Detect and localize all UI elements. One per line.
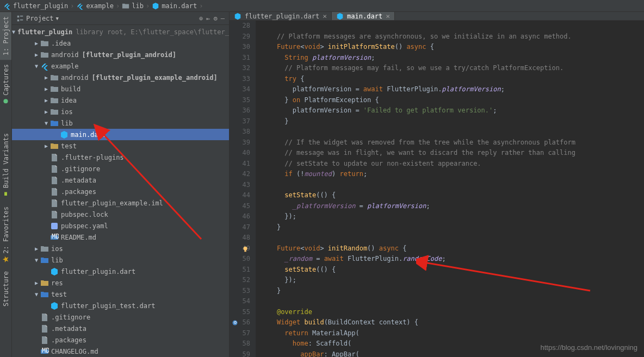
- tree-arrow-icon[interactable]: ▼: [33, 291, 40, 297]
- tool-tab-project[interactable]: 1: Project: [0, 12, 11, 60]
- tree-item-test[interactable]: ▼test: [12, 289, 229, 300]
- svg-marker-12: [44, 65, 48, 71]
- breadcrumb-label: lib: [132, 2, 144, 10]
- tree-item-main-dart[interactable]: main.dart: [12, 129, 229, 140]
- tree-item-test[interactable]: ▶test: [12, 140, 229, 152]
- chevron-right-icon: ›: [116, 2, 120, 10]
- hide-icon[interactable]: —: [221, 15, 225, 22]
- gear-icon[interactable]: ⚙: [214, 15, 218, 22]
- tree-item--packages[interactable]: .packages: [12, 334, 229, 346]
- tree-item-changelog-md[interactable]: MDCHANGELOG.md: [12, 346, 229, 357]
- tree-item-android[interactable]: ▶android[flutter_plugin_example_android]: [12, 72, 229, 83]
- project-tree[interactable]: ▼flutter_pluginlibrary root, E:\flutter_…: [12, 25, 229, 357]
- chevron-right-icon: ›: [146, 2, 150, 10]
- tree-item-lib[interactable]: ▼lib: [12, 117, 229, 129]
- tree-item-ios[interactable]: ▶ios: [12, 243, 229, 254]
- tree-arrow-icon[interactable]: ▶: [33, 52, 40, 58]
- tree-item--idea[interactable]: ▶.idea: [12, 37, 229, 49]
- tree-item-pubspec-yaml[interactable]: pubspec.yaml: [12, 220, 229, 231]
- tree-item-android[interactable]: ▶android[flutter_plugin_android]: [12, 49, 229, 60]
- close-icon[interactable]: ×: [386, 12, 390, 20]
- tree-item--packages[interactable]: .packages: [12, 186, 229, 197]
- tree-arrow-icon[interactable]: ▶: [33, 246, 40, 252]
- collapse-icon[interactable]: ⇤: [206, 15, 210, 22]
- flutter-icon: [76, 2, 84, 10]
- tree-item-flutter-plugin-test-dart[interactable]: flutter_plugin_test.dart: [12, 300, 229, 311]
- tree-arrow-icon[interactable]: ▼: [33, 257, 40, 263]
- breadcrumb-label: main.dart: [162, 2, 197, 10]
- tree-item-ios[interactable]: ▶ios: [12, 106, 229, 117]
- svg-rect-9: [20, 15, 23, 16]
- editor-area: flutter_plugin.dart × main.dart × 282930…: [230, 12, 644, 357]
- breadcrumb: flutter_plugin › example › lib › main.da…: [0, 0, 644, 12]
- chevron-down-icon: ▼: [56, 16, 59, 21]
- project-view-icon: [16, 15, 24, 22]
- svg-text:o: o: [234, 320, 237, 325]
- tree-arrow-icon[interactable]: ▼: [12, 29, 15, 35]
- code-editor[interactable]: 2829303132333435363738394041424344454647…: [230, 21, 644, 357]
- tree-item-res[interactable]: ▶res: [12, 277, 229, 289]
- panel-title-label: Project: [26, 15, 54, 22]
- tree-item-build[interactable]: ▶build: [12, 83, 229, 95]
- editor-tab[interactable]: main.dart ×: [332, 12, 395, 20]
- dart-icon: [234, 12, 242, 20]
- tree-arrow-icon[interactable]: ▶: [33, 280, 40, 286]
- tool-tab-favorites[interactable]: 2: Favorites: [0, 202, 11, 267]
- project-panel: Project ▼ ⊕ ⇤ ⚙ — ▼flutter_pluginlibrary…: [12, 12, 230, 357]
- editor-tabs: flutter_plugin.dart × main.dart ×: [230, 12, 644, 21]
- dart-icon: [336, 12, 344, 20]
- tree-arrow-icon[interactable]: ▶: [33, 40, 40, 46]
- tree-arrow-icon[interactable]: ▶: [42, 86, 50, 92]
- tree-arrow-icon[interactable]: ▶: [42, 74, 50, 80]
- svg-marker-17: [51, 268, 58, 275]
- panel-title[interactable]: Project ▼: [16, 15, 59, 22]
- code-content[interactable]: // Platform messages are asynchronous, s…: [256, 21, 644, 357]
- svg-rect-7: [17, 15, 20, 17]
- breadcrumb-label: flutter_plugin: [13, 2, 68, 10]
- camera-icon: [2, 98, 9, 105]
- tool-tab-build-variants[interactable]: Build Variants: [0, 129, 11, 202]
- tree-item--gitignore[interactable]: .gitignore: [12, 311, 229, 323]
- override-mark-icon: o: [232, 320, 238, 326]
- tree-arrow-icon[interactable]: ▶: [42, 143, 50, 149]
- svg-rect-8: [17, 19, 20, 21]
- tree-arrow-icon[interactable]: ▼: [33, 63, 40, 69]
- flutter-icon: [3, 2, 11, 10]
- tree-item-idea[interactable]: ▶idea: [12, 95, 229, 106]
- chevron-right-icon: ›: [199, 2, 203, 10]
- tree-item--metadata[interactable]: .metadata: [12, 323, 229, 334]
- tool-tab-structure[interactable]: Structure: [0, 267, 11, 311]
- target-icon[interactable]: ⊕: [199, 15, 203, 22]
- folder-icon: [122, 2, 129, 10]
- svg-marker-3: [79, 5, 83, 10]
- svg-point-5: [3, 99, 8, 103]
- tree-item-flutter-plugin[interactable]: ▼flutter_pluginlibrary root, E:\flutter_…: [12, 26, 229, 37]
- svg-rect-24: [244, 250, 246, 252]
- tree-item--metadata[interactable]: .metadata: [12, 174, 229, 186]
- breadcrumb-item[interactable]: lib: [122, 2, 144, 10]
- tree-item-flutter-plugin-dart[interactable]: flutter_plugin.dart: [12, 266, 229, 277]
- close-icon[interactable]: ×: [323, 12, 327, 20]
- tree-item--flutter-plugins[interactable]: .flutter-plugins: [12, 152, 229, 163]
- svg-marker-18: [51, 302, 58, 310]
- editor-tab[interactable]: flutter_plugin.dart ×: [230, 12, 332, 20]
- tree-item-example[interactable]: ▼example: [12, 60, 229, 72]
- star-icon: [2, 255, 9, 262]
- tree-item-readme-md[interactable]: MDREADME.md: [12, 231, 229, 243]
- svg-text:MD: MD: [52, 233, 59, 240]
- tree-arrow-icon[interactable]: ▶: [42, 109, 50, 115]
- tree-item--gitignore[interactable]: .gitignore: [12, 163, 229, 174]
- breadcrumb-item[interactable]: flutter_plugin: [3, 2, 68, 10]
- breadcrumb-item[interactable]: main.dart: [152, 2, 197, 10]
- tree-arrow-icon[interactable]: ▶: [42, 97, 50, 103]
- breadcrumb-item[interactable]: example: [76, 2, 114, 10]
- line-number-gutter[interactable]: 2829303132333435363738394041424344454647…: [230, 21, 256, 357]
- tree-item-flutter-plugin-example-iml[interactable]: flutter_plugin_example.iml: [12, 197, 229, 209]
- chevron-right-icon: ›: [70, 2, 74, 10]
- tree-item-pubspec-lock[interactable]: pubspec.lock: [12, 209, 229, 220]
- tree-arrow-icon[interactable]: ▼: [42, 120, 50, 126]
- svg-marker-22: [337, 12, 343, 19]
- svg-marker-13: [61, 131, 67, 139]
- tool-tab-captures[interactable]: Captures: [0, 60, 11, 109]
- tree-item-lib[interactable]: ▼lib: [12, 254, 229, 266]
